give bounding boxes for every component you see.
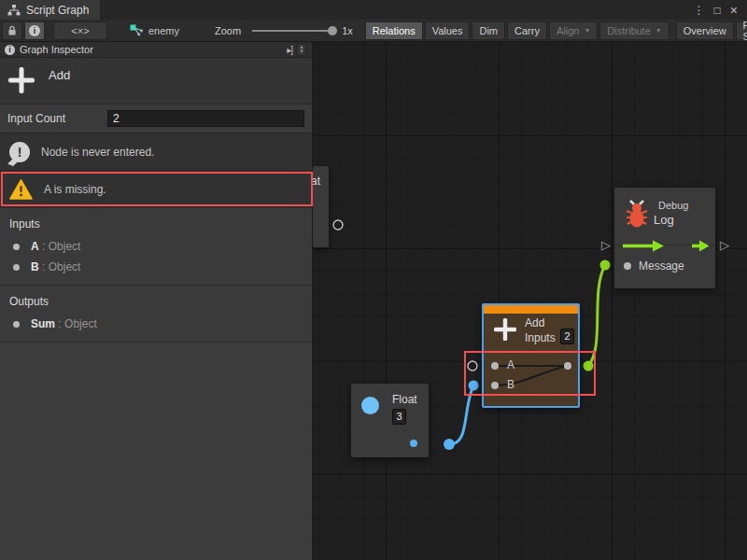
dock-panel-icon[interactable]: ▸] xyxy=(287,45,292,55)
debug-node-title-line1: Debug xyxy=(658,200,688,211)
float-output-port[interactable] xyxy=(410,440,417,447)
add-node-title-line2: Inputs xyxy=(525,331,556,344)
outputs-section: Outputs Sum : Object xyxy=(0,285,312,342)
message-port-dot[interactable] xyxy=(624,262,631,270)
selected-node-header: Add xyxy=(0,58,312,105)
input-port-row-a: A : Object xyxy=(0,236,312,257)
add-node-count-badge: 2 xyxy=(560,329,574,344)
wire-endpoint-green[interactable] xyxy=(600,260,611,271)
inputs-section: Inputs A : Object B : Object xyxy=(0,207,312,285)
debug-log-node[interactable]: Debug Log Message xyxy=(614,188,715,288)
zoom-slider[interactable] xyxy=(252,30,332,32)
chevron-down-icon: ▼ xyxy=(584,27,590,34)
message-port-label: Message xyxy=(639,259,684,273)
graph-reference-label: enemy xyxy=(148,25,179,36)
script-graph-window: Script Graph ⋮ □ × i <×> xyxy=(0,0,747,560)
flow-out-arrow-icon[interactable] xyxy=(692,240,710,252)
wire-endpoint-green[interactable] xyxy=(584,361,594,371)
window-menu-icon[interactable]: ⋮ xyxy=(694,4,705,17)
inspector-toggle-button[interactable]: i xyxy=(24,21,45,40)
distribute-dropdown[interactable]: Distribute ▼ xyxy=(599,21,669,40)
wire-endpoint-blue[interactable] xyxy=(444,439,455,450)
clipped-node-text: at xyxy=(313,175,320,188)
float-value-field[interactable]: 3 xyxy=(392,409,406,425)
zoom-level: 1x xyxy=(342,25,353,36)
dim-button[interactable]: Dim xyxy=(472,21,505,40)
chevron-down-icon: ▼ xyxy=(655,27,662,34)
control-input-triangle-icon[interactable]: ▷ xyxy=(601,238,611,252)
clipped-float-node[interactable]: at xyxy=(313,166,329,247)
code-view-button[interactable]: <×> xyxy=(53,21,107,40)
input-count-label: Input Count xyxy=(7,112,107,125)
port-dot-icon xyxy=(13,244,20,250)
window-close-icon[interactable]: × xyxy=(730,3,738,18)
graph-inspector-header[interactable]: i Graph Inspector ▸] ▲ ▼ xyxy=(0,42,312,58)
port-b-dot[interactable] xyxy=(491,382,499,389)
warning-message-row: A is missing. xyxy=(0,170,312,207)
carry-button[interactable]: Carry xyxy=(507,21,547,40)
tab-script-graph[interactable]: Script Graph xyxy=(0,0,100,20)
speech-bubble-exclamation-icon: ! xyxy=(9,142,30,162)
window-maximize-icon[interactable]: □ xyxy=(714,4,721,17)
graph-reference[interactable]: enemy xyxy=(130,24,179,36)
wire-float-to-b[interactable] xyxy=(449,385,473,444)
flow-in-arrow-icon[interactable] xyxy=(622,240,665,252)
zoom-slider-handle[interactable] xyxy=(328,26,337,35)
port-dot-icon xyxy=(13,264,20,271)
sum-output-dot[interactable] xyxy=(564,362,571,370)
control-output-triangle-icon[interactable]: ▷ xyxy=(720,238,729,252)
add-node-icon xyxy=(493,317,517,342)
selected-node-title: Add xyxy=(49,65,70,82)
scroll-down-icon[interactable]: ▼ xyxy=(299,49,304,54)
inspector-empty-area xyxy=(0,342,312,560)
float-node-title: Float xyxy=(392,393,417,406)
info-icon: i xyxy=(29,25,40,36)
info-message-text: Node is never entered. xyxy=(41,146,154,159)
port-a-dot[interactable] xyxy=(491,362,499,370)
warning-triangle-icon xyxy=(9,179,33,200)
info-message-row: ! Node is never entered. xyxy=(0,133,312,170)
tab-label: Script Graph xyxy=(26,4,89,17)
output-port-row-sum: Sum : Object xyxy=(0,314,312,334)
add-node-icon xyxy=(7,65,35,95)
title-bar: Script Graph ⋮ □ × xyxy=(0,0,747,20)
node-header-strip xyxy=(484,305,578,314)
inputs-heading: Inputs xyxy=(0,216,312,236)
port-a-label: A xyxy=(507,358,514,371)
input-count-row: Input Count 2 xyxy=(0,105,312,133)
graph-toolbar: i <×> enemy Zoom 1x Relations Values Dim xyxy=(0,20,747,42)
port-b-label: B xyxy=(507,378,514,391)
float-node[interactable]: Float 3 xyxy=(351,384,429,457)
zoom-label: Zoom xyxy=(215,25,241,36)
bug-icon xyxy=(624,199,650,230)
graph-inspector-title: Graph Inspector xyxy=(20,44,93,55)
relations-button[interactable]: Relations xyxy=(365,21,423,40)
warning-message-text: A is missing. xyxy=(44,183,106,196)
graph-hierarchy-icon xyxy=(7,5,21,16)
graph-node-tree-icon xyxy=(130,24,144,36)
fullscreen-button[interactable]: Full Screen xyxy=(736,21,747,40)
graph-inspector-panel: i Graph Inspector ▸] ▲ ▼ Add Inp xyxy=(0,42,313,560)
code-icon: <×> xyxy=(71,25,89,36)
info-icon: i xyxy=(5,45,15,55)
debug-node-title-line2: Log xyxy=(654,213,674,227)
graph-canvas[interactable]: at Float 3 Add Inputs 2 xyxy=(313,42,747,560)
overview-button[interactable]: Overview xyxy=(676,21,734,40)
align-dropdown[interactable]: Align ▼ xyxy=(549,21,598,40)
outputs-heading: Outputs xyxy=(0,293,312,314)
input-port-row-b: B : Object xyxy=(0,257,312,277)
float-type-icon xyxy=(361,397,379,414)
wire-sum-to-message[interactable] xyxy=(588,265,605,366)
lock-icon xyxy=(7,25,17,36)
add-inputs-node[interactable]: Add Inputs 2 A B xyxy=(482,303,580,408)
empty-port-indicator[interactable] xyxy=(468,361,477,371)
add-node-title-line1: Add xyxy=(525,316,544,329)
wire-layer xyxy=(313,42,747,560)
wire-endpoint-blue[interactable] xyxy=(469,381,479,391)
empty-port-indicator[interactable] xyxy=(333,220,343,230)
input-count-field[interactable]: 2 xyxy=(107,110,304,127)
values-button[interactable]: Values xyxy=(425,21,471,40)
panel-scroll-arrows[interactable]: ▲ ▼ xyxy=(296,43,307,56)
lock-button[interactable] xyxy=(2,21,22,40)
port-dot-icon xyxy=(13,321,20,328)
